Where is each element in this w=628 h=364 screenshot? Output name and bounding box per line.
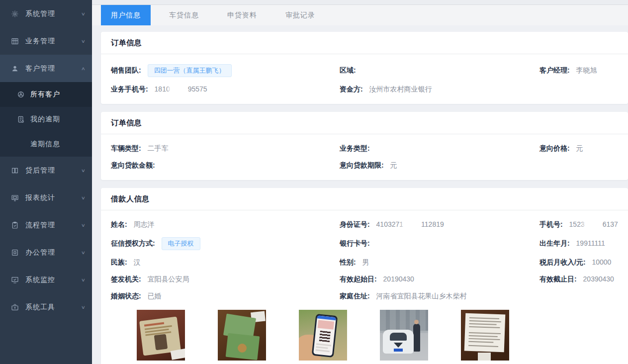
green-certificate-photo-thumbnail[interactable] [218, 310, 266, 361]
field-value: 元 [390, 161, 397, 169]
field-value: 15236137 [569, 220, 618, 228]
tab-user-info[interactable]: 用户信息 [101, 5, 151, 25]
sidebar-item-postloan-management[interactable]: 贷后管理 ∨ [0, 157, 92, 184]
field-value: 汝州市农村商业银行 [369, 85, 432, 93]
field-label: 资金方: [340, 85, 363, 93]
book-icon [10, 166, 19, 175]
office-icon [10, 248, 19, 257]
customer-management-submenu: 所有客户 我的逾期 逾期信息 [0, 82, 92, 157]
field-region: 区域: [340, 66, 539, 75]
monitor-check-icon [10, 275, 19, 284]
chevron-down-icon: ∨ [81, 305, 86, 310]
field-value: 4103271112819 [376, 220, 444, 228]
sidebar-item-customer-management[interactable]: 客户管理 ∧ [0, 55, 92, 82]
field-value: 181095575 [155, 85, 207, 93]
id-card-photo-thumbnail[interactable] [137, 310, 185, 361]
field-home-address: 家庭住址: 河南省宜阳县花果山乡木柴村 [340, 292, 539, 301]
monitor-icon [10, 193, 19, 202]
order-info-card-2: 订单信息 车辆类型: 二手车 业务类型: 意向价格: 元 [101, 112, 628, 180]
clipboard-icon [10, 221, 19, 229]
tab-loan-application-docs[interactable]: 申贷资料 [217, 5, 267, 25]
field-value: 20390430 [583, 275, 614, 283]
field-value: 宜阳县公安局 [148, 275, 189, 283]
chevron-down-icon: ∨ [81, 277, 86, 282]
sidebar-item-label: 流程管理 [25, 221, 82, 230]
field-label: 家庭住址: [340, 292, 370, 300]
field-label: 意向贷款期限: [340, 161, 384, 169]
tab-approval-records[interactable]: 审批记录 [275, 5, 325, 25]
borrower-info-card: 借款人信息 姓名: 周志洋 身份证号: 4103271112819 手机号: 1… [101, 188, 628, 364]
sidebar-item-report-statistics[interactable]: 报表统计 ∨ [0, 184, 92, 211]
field-issuing-authority: 签发机关: 宜阳县公安局 [111, 275, 340, 284]
sidebar-item-all-customers[interactable]: 所有客户 [0, 82, 92, 107]
sidebar-item-label: 系统工具 [25, 303, 82, 312]
field-label: 意向贷款金额: [111, 161, 155, 169]
field-label: 征信授权方式: [111, 239, 155, 247]
chevron-down-icon: ∨ [81, 168, 86, 173]
field-label: 银行卡号: [340, 239, 370, 247]
content-area: 订单信息 销售团队: 四团一营（直属王鹏飞） 区域: 客户经理: 李晓旭 [92, 25, 628, 364]
field-label: 有效截止日: [539, 275, 577, 283]
field-label: 车辆类型: [111, 144, 141, 152]
field-value: 二手车 [148, 144, 169, 152]
field-label: 婚姻状态: [111, 292, 141, 300]
field-funder: 资金方: 汝州市农村商业银行 [340, 85, 539, 94]
sidebar-item-system-tools[interactable]: 系统工具 ∨ [0, 293, 92, 321]
person-with-car-photo-thumbnail[interactable] [380, 310, 428, 361]
sidebar-item-label: 系统监控 [25, 275, 82, 284]
field-valid-from: 有效起始日: 20190430 [340, 275, 539, 284]
sales-team-badge[interactable]: 四团一营（直属王鹏飞） [148, 64, 232, 77]
field-valid-to: 有效截止日: 20390430 [539, 275, 618, 284]
field-label: 意向价格: [539, 144, 570, 152]
field-name: 姓名: 周志洋 [111, 220, 340, 229]
sidebar-item-label: 所有客户 [30, 90, 92, 99]
top-strip [92, 0, 628, 5]
redaction-blur [585, 220, 603, 228]
card-title: 订单信息 [101, 112, 628, 134]
sidebar-item-label: 贷后管理 [25, 166, 82, 175]
sidebar-item-process-management[interactable]: 流程管理 ∨ [0, 211, 92, 239]
sidebar: 系统管理 ∨ 业务管理 ∨ 客户管理 ∧ 所有客户 我的逾期 逾期信息 [0, 0, 92, 364]
sidebar-item-label: 逾期信息 [30, 140, 92, 149]
field-bank-card: 银行卡号: [340, 239, 539, 248]
sidebar-item-label: 客户管理 [25, 64, 82, 73]
phone-qr-auth-photo-thumbnail[interactable] [299, 310, 347, 361]
sidebar-item-office-management[interactable]: 办公管理 ∨ [0, 239, 92, 266]
clients-icon [16, 91, 25, 99]
sidebar-item-system-monitor[interactable]: 系统监控 ∨ [0, 266, 92, 293]
field-label: 签发机关: [111, 275, 141, 283]
sidebar-item-system-management[interactable]: 系统管理 ∨ [0, 0, 92, 27]
field-mobile-phone: 手机号: 15236137 [539, 220, 618, 229]
credit-auth-badge[interactable]: 电子授权 [162, 237, 200, 250]
field-business-phone: 业务手机号: 181095575 [111, 85, 340, 94]
grid-icon [10, 37, 19, 45]
field-label: 业务类型: [340, 144, 370, 152]
sidebar-item-my-overdue[interactable]: 我的逾期 [0, 107, 92, 132]
chevron-down-icon: ∨ [81, 223, 86, 228]
sidebar-item-business-management[interactable]: 业务管理 ∨ [0, 27, 92, 55]
redaction-blur [403, 220, 421, 228]
field-ethnicity: 民族: 汉 [111, 258, 340, 267]
main-area: 用户信息 车贷信息 申贷资料 审批记录 订单信息 销售团队: 四团一营（直属王鹏… [92, 0, 628, 364]
tab-car-loan-info[interactable]: 车贷信息 [159, 5, 209, 25]
field-label: 有效起始日: [340, 275, 377, 283]
field-value: 10000 [592, 258, 611, 266]
card-title: 借款人信息 [101, 188, 628, 210]
chevron-down-icon: ∨ [81, 250, 86, 255]
field-value: 已婚 [148, 292, 162, 300]
sidebar-item-overdue-info[interactable]: 逾期信息 [0, 132, 92, 157]
field-monthly-income: 税后月收入/元: 10000 [539, 258, 618, 267]
field-label: 业务手机号: [111, 85, 148, 93]
chevron-up-icon: ∧ [81, 66, 86, 71]
field-label: 身份证号: [340, 220, 370, 228]
field-birth-date: 出生年月: 19911111 [539, 239, 618, 248]
field-vehicle-type: 车辆类型: 二手车 [111, 144, 340, 153]
field-label: 出生年月: [539, 239, 570, 247]
document-icon [16, 115, 25, 124]
field-credit-auth: 征信授权方式: 电子授权 [111, 237, 340, 250]
field-sales-team: 销售团队: 四团一营（直属王鹏飞） [111, 64, 340, 77]
field-value: 周志洋 [134, 220, 155, 228]
field-label: 姓名: [111, 220, 127, 228]
gear-icon [10, 9, 19, 18]
paper-document-photo-thumbnail[interactable] [461, 310, 509, 361]
